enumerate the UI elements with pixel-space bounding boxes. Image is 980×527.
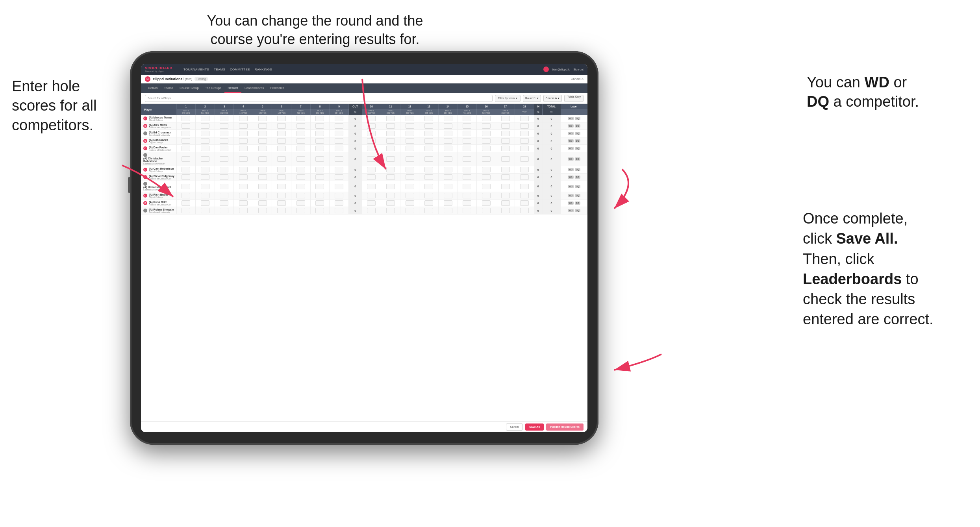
score-cell-h12[interactable] [400, 192, 419, 200]
score-cell-h1[interactable] [176, 192, 196, 200]
score-cell-h8[interactable] [310, 122, 330, 130]
score-cell-h13[interactable] [419, 152, 439, 166]
score-cell-h3[interactable] [215, 152, 234, 166]
wd-button[interactable]: WD [568, 209, 574, 212]
score-cell-h2[interactable] [196, 152, 215, 166]
score-cell-h17[interactable] [496, 207, 515, 214]
score-cell-h10[interactable] [362, 152, 381, 166]
score-cell-h17[interactable] [496, 192, 515, 200]
score-cell-h5[interactable] [253, 192, 272, 200]
score-cell-h10[interactable] [362, 166, 381, 174]
score-cell-h8[interactable] [310, 181, 330, 192]
score-cell-h13[interactable] [419, 115, 439, 122]
score-cell-h12[interactable] [400, 174, 419, 181]
score-cell-h7[interactable] [291, 200, 311, 207]
score-cell-h12[interactable] [400, 166, 419, 174]
score-cell-h15[interactable] [458, 207, 477, 214]
score-cell-h10[interactable] [362, 192, 381, 200]
score-cell-h1[interactable] [176, 200, 196, 207]
score-cell-h12[interactable] [400, 207, 419, 214]
score-cell-h2[interactable] [196, 145, 215, 152]
score-cell-h9[interactable] [330, 130, 349, 137]
score-cell-h15[interactable] [458, 122, 477, 130]
score-cell-h10[interactable] [362, 145, 381, 152]
score-cell-h3[interactable] [215, 192, 234, 200]
wd-button[interactable]: WD [568, 139, 574, 142]
score-cell-h3[interactable] [215, 130, 234, 137]
score-cell-h3[interactable] [215, 200, 234, 207]
score-cell-h4[interactable] [234, 145, 253, 152]
score-cell-h17[interactable] [496, 152, 515, 166]
tab-leaderboards[interactable]: Leaderboards [241, 83, 267, 93]
score-cell-h18[interactable] [515, 152, 534, 166]
score-cell-h11[interactable] [381, 192, 400, 200]
score-cell-h9[interactable] [330, 137, 349, 145]
score-cell-h11[interactable] [381, 166, 400, 174]
score-cell-h9[interactable] [330, 122, 349, 130]
score-cell-h1[interactable] [176, 122, 196, 130]
score-cell-h18[interactable] [515, 122, 534, 130]
wd-button[interactable]: WD [568, 185, 574, 188]
score-cell-h16[interactable] [477, 174, 496, 181]
score-cell-h16[interactable] [477, 181, 496, 192]
score-cell-h11[interactable] [381, 152, 400, 166]
score-cell-h6[interactable] [272, 200, 291, 207]
dq-button[interactable]: DQ [575, 185, 580, 188]
score-cell-h3[interactable] [215, 207, 234, 214]
wd-button[interactable]: WD [568, 194, 574, 197]
score-cell-h10[interactable] [362, 137, 381, 145]
score-cell-h3[interactable] [215, 115, 234, 122]
score-cell-h4[interactable] [234, 122, 253, 130]
score-cell-h18[interactable] [515, 130, 534, 137]
wd-button[interactable]: WD [568, 157, 574, 161]
score-cell-h6[interactable] [272, 115, 291, 122]
score-cell-h13[interactable] [419, 166, 439, 174]
score-cell-h12[interactable] [400, 181, 419, 192]
nav-teams[interactable]: TEAMS [214, 68, 225, 71]
score-cell-h18[interactable] [515, 192, 534, 200]
score-cell-h6[interactable] [272, 181, 291, 192]
score-cell-h12[interactable] [400, 152, 419, 166]
score-cell-h18[interactable] [515, 137, 534, 145]
score-cell-h8[interactable] [310, 137, 330, 145]
score-cell-h5[interactable] [253, 181, 272, 192]
score-cell-h4[interactable] [234, 152, 253, 166]
dq-button[interactable]: DQ [575, 168, 580, 171]
score-cell-h13[interactable] [419, 192, 439, 200]
nav-rankings[interactable]: RANKINGS [255, 68, 272, 71]
score-cell-h7[interactable] [291, 166, 311, 174]
score-cell-h17[interactable] [496, 115, 515, 122]
score-cell-h1[interactable] [176, 145, 196, 152]
score-cell-h10[interactable] [362, 174, 381, 181]
score-cell-h16[interactable] [477, 192, 496, 200]
score-cell-h14[interactable] [438, 207, 458, 214]
score-cell-h8[interactable] [310, 192, 330, 200]
score-cell-h1[interactable] [176, 115, 196, 122]
score-cell-h2[interactable] [196, 137, 215, 145]
score-cell-h16[interactable] [477, 207, 496, 214]
totals-only-toggle[interactable]: Totals Only [564, 95, 584, 102]
score-cell-h13[interactable] [419, 200, 439, 207]
score-cell-h10[interactable] [362, 200, 381, 207]
score-cell-h14[interactable] [438, 166, 458, 174]
score-cell-h9[interactable] [330, 207, 349, 214]
score-cell-h17[interactable] [496, 200, 515, 207]
score-cell-h5[interactable] [253, 200, 272, 207]
score-cell-h10[interactable] [362, 181, 381, 192]
tab-course-setup[interactable]: Course Setup [176, 83, 202, 93]
header-cancel-button[interactable]: Cancel X [571, 77, 584, 81]
score-cell-h1[interactable] [176, 181, 196, 192]
dq-button[interactable]: DQ [575, 132, 580, 135]
score-cell-h6[interactable] [272, 207, 291, 214]
search-input[interactable] [145, 95, 493, 102]
score-cell-h7[interactable] [291, 130, 311, 137]
score-cell-h9[interactable] [330, 115, 349, 122]
score-cell-h11[interactable] [381, 130, 400, 137]
score-cell-h8[interactable] [310, 207, 330, 214]
score-cell-h5[interactable] [253, 207, 272, 214]
score-cell-h16[interactable] [477, 115, 496, 122]
wd-button[interactable]: WD [568, 117, 574, 120]
score-cell-h2[interactable] [196, 115, 215, 122]
wd-button[interactable]: WD [568, 132, 574, 135]
score-cell-h4[interactable] [234, 174, 253, 181]
